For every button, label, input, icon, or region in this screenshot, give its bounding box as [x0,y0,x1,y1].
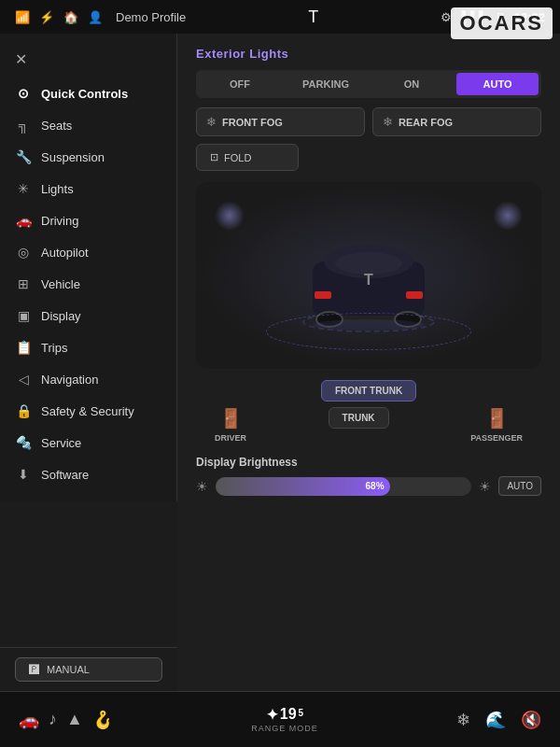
sidebar-item-suspension[interactable]: 🔧 Suspension [0,141,176,173]
right-light-indicator [493,201,523,231]
brightness-slider[interactable]: 68% [216,477,471,496]
manual-label: MANUAL [47,664,90,675]
sidebar-item-quick-controls[interactable]: ⊙ Quick Controls [0,78,176,109]
exterior-lights-title: Exterior Lights [196,47,541,61]
light-mode-buttons: OFF PARKING ON AUTO [196,70,541,98]
sidebar-item-safety[interactable]: 🔒 Safety & Security [0,395,176,427]
main-container: ✕ ⊙ Quick Controls ╗ Seats 🔧 Suspension … [0,34,560,691]
sidebar-item-vehicle[interactable]: ⊞ Vehicle [0,268,176,300]
rear-fog-button[interactable]: ❄ REAR FOG [372,107,541,136]
sidebar-item-label: Lights [41,182,74,196]
range-mode-label: RANGE MODE [251,724,318,733]
temperature-decimal: 5 [299,708,304,718]
manual-button[interactable]: 🅿 MANUAL [15,657,162,682]
sidebar-item-trips[interactable]: 📋 Trips [0,331,176,363]
wiper-icon[interactable]: 🌊 [485,710,506,730]
lights-icon: ✳ [15,181,32,196]
svg-text:T: T [364,272,373,288]
front-fog-button[interactable]: ❄ FRONT FOG [196,107,365,136]
front-fog-icon: ❄ [206,115,217,129]
sidebar-item-label: Display [41,309,81,323]
nav-up-icon[interactable]: ▲ [66,710,83,729]
home-icon: 🏠 [63,10,78,24]
door-buttons: 🚪 DRIVER TRUNK 🚪 PASSENGER [196,407,541,443]
light-parking-button[interactable]: PARKING [285,73,367,95]
trunk-door-button[interactable]: TRUNK [329,407,389,443]
sidebar-item-label: Suspension [41,150,105,164]
passenger-door-label: PASSENGER [470,433,523,443]
sidebar-item-label: Driving [41,214,78,228]
light-off-button[interactable]: OFF [199,73,281,95]
passenger-door-icon: 🚪 [485,407,509,430]
rear-fog-icon: ❄ [383,115,393,129]
sidebar-item-label: Service [41,436,81,450]
music-icon[interactable]: ♪ [49,710,57,729]
fold-icon: ⊡ [210,151,218,163]
fog-row: ❄ FRONT FOG ❄ REAR FOG [196,107,541,136]
service-icon: 🔩 [15,435,32,450]
front-fog-label: FRONT FOG [222,117,283,128]
power-icon: ⚡ [39,10,54,24]
svg-rect-5 [406,291,423,299]
car-visualization: T [196,182,541,369]
brightness-high-icon: ☀ [479,479,491,494]
sidebar-item-navigation[interactable]: ◁ Navigation [0,363,176,395]
close-button[interactable]: ✕ [0,45,176,78]
left-light-indicator [215,201,245,231]
brightness-control: ☀ 68% ☀ AUTO [196,476,541,496]
volume-icon[interactable]: 🔇 [521,710,541,730]
sidebar-item-autopilot[interactable]: ◎ Autopilot [0,236,176,268]
fold-label: FOLD [224,152,251,163]
sidebar-item-label: Vehicle [41,277,80,291]
sidebar-item-service[interactable]: 🔩 Service [0,427,176,458]
sidebar-item-label: Quick Controls [41,87,128,101]
quick-controls-icon: ⊙ [15,86,32,101]
manual-btn-container: 🅿 MANUAL [0,647,177,691]
sidebar-item-label: Trips [41,341,67,355]
content-panel: Exterior Lights OFF PARKING ON AUTO ❄ FR… [177,34,560,691]
front-trunk-button[interactable]: FRONT TRUNK [321,380,416,402]
bottom-bar: 🚗 ♪ ▲ 🪝 ✦ 19 5 RANGE MODE ❄ 🌊 🔇 [0,691,560,747]
car-halo [266,313,471,350]
sidebar-item-driving[interactable]: 🚗 Driving [0,204,176,236]
sidebar-item-display[interactable]: ▣ Display [0,300,176,331]
brightness-value: 68% [366,481,385,491]
profile-icon: 👤 [88,10,103,24]
display-icon: ▣ [15,308,32,323]
trunk-button[interactable]: TRUNK [329,407,389,429]
phone-icon[interactable]: 🪝 [92,710,113,730]
passenger-door-button[interactable]: 🚪 PASSENGER [470,407,523,443]
fan-icon: ✦ [266,706,278,724]
driver-door-button[interactable]: 🚪 DRIVER [215,407,246,443]
bottom-right: ❄ 🌊 🔇 [456,710,541,730]
sidebar-item-lights[interactable]: ✳ Lights [0,173,176,204]
sidebar-item-label: Seats [41,119,72,133]
brightness-auto-button[interactable]: AUTO [498,476,541,496]
fold-button[interactable]: ⊡ FOLD [196,144,299,171]
driver-door-icon: 🚪 [219,407,243,430]
sidebar-item-label: Navigation [41,373,98,387]
trips-icon: 📋 [15,340,32,355]
sidebar-item-software[interactable]: ⬇ Software [0,458,176,490]
light-on-button[interactable]: ON [371,73,453,95]
wifi-icon: 📶 [15,10,30,24]
brightness-fill: 68% [216,477,390,496]
brightness-low-icon: ☀ [196,479,208,494]
tesla-logo: T [197,7,429,27]
status-icons-left: 📶 ⚡ 🏠 👤 Demo Profile [15,10,186,24]
bottom-center: ✦ 19 5 RANGE MODE [251,706,318,733]
manual-icon: 🅿 [29,664,39,675]
sidebar-item-seats[interactable]: ╗ Seats [0,109,176,141]
defrost-icon[interactable]: ❄ [456,710,470,730]
safety-icon: 🔒 [15,403,32,418]
car-bottom-icon[interactable]: 🚗 [19,710,39,730]
light-auto-button[interactable]: AUTO [456,73,539,95]
temperature-value: 19 [280,706,297,723]
driving-icon: 🚗 [15,213,32,228]
sidebar-item-label: Safety & Security [41,404,134,418]
suspension-icon: 🔧 [15,149,32,164]
navigation-icon: ◁ [15,372,32,387]
sidebar-wrapper: ✕ ⊙ Quick Controls ╗ Seats 🔧 Suspension … [0,34,177,691]
brightness-section: Display Brightness ☀ 68% ☀ AUTO [196,456,541,496]
bottom-left: 🚗 ♪ ▲ 🪝 [19,710,113,730]
